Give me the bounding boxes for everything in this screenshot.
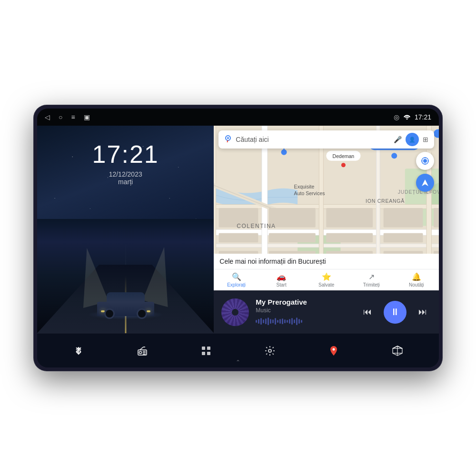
map-tabs: 🔍 Explorați 🚗 Start ⭐ Salvate <box>214 269 439 288</box>
nav-3d[interactable] <box>386 339 409 363</box>
music-note-icon: ♪ <box>233 307 238 317</box>
waveform-bar-20 <box>301 320 302 323</box>
waveform-bar-1 <box>256 320 257 323</box>
start-icon: 🚗 <box>277 272 286 281</box>
clock-time: 17:21 <box>92 140 159 169</box>
nav-apps[interactable] <box>194 339 218 363</box>
map-tab-news[interactable]: 🔔 Noutăți <box>394 271 439 288</box>
waveform-bar-17 <box>294 319 295 323</box>
map-info-bar: Cele mai noi informații din București 🔍 … <box>214 254 439 290</box>
car-illustration-area <box>37 219 214 333</box>
back-icon[interactable]: ◁ <box>45 113 50 121</box>
screenshot-icon[interactable]: ▣ <box>84 113 90 121</box>
svg-point-50 <box>423 159 427 163</box>
svg-point-67 <box>268 349 271 352</box>
svg-text:COLENTINA: COLENTINA <box>237 223 276 229</box>
svg-point-34 <box>392 153 397 159</box>
music-info: My Prerogative Music <box>256 298 352 326</box>
svg-point-49 <box>227 137 229 139</box>
map-tab-saved[interactable]: ⭐ Salvate <box>304 271 349 288</box>
google-maps-icon <box>224 135 232 144</box>
home-icon[interactable]: ○ <box>59 113 62 121</box>
clock-status: 17:21 <box>415 113 431 121</box>
waveform-bar-12 <box>282 318 283 324</box>
car-wheel-left <box>104 308 115 319</box>
location-icon: ◎ <box>394 113 399 121</box>
microphone-icon[interactable]: 🎤 <box>394 136 402 143</box>
search-placeholder[interactable]: Căutați aici <box>236 136 394 143</box>
clock-day: marți <box>92 178 159 186</box>
wifi-icon <box>403 114 411 121</box>
music-title: My Prerogative <box>256 298 352 306</box>
saved-label: Salvate <box>318 282 334 288</box>
nav-maps[interactable] <box>322 339 346 363</box>
map-tab-send[interactable]: ↗ Trimiteți <box>349 271 394 288</box>
status-bar: ◁ ○ ≡ ▣ ◎ 17:21 <box>37 109 439 126</box>
svg-rect-17 <box>384 208 423 228</box>
svg-rect-63 <box>202 347 205 350</box>
svg-rect-7 <box>214 244 439 248</box>
waveform-bar-6 <box>268 317 269 325</box>
svg-rect-19 <box>219 233 258 243</box>
svg-text:Dedeman: Dedeman <box>333 153 355 159</box>
send-label: Trimiteți <box>363 282 380 288</box>
explore-icon: 🔍 <box>232 272 241 281</box>
explore-label: Explorați <box>227 282 246 288</box>
waveform-bar-13 <box>284 319 286 323</box>
device-frame: ◁ ○ ≡ ▣ ◎ 17:21 17:21 <box>33 105 443 371</box>
svg-rect-64 <box>207 347 210 350</box>
location-button[interactable] <box>416 152 434 170</box>
svg-text:Auto Services: Auto Services <box>294 190 325 196</box>
search-actions: 🎤 👤 ⊞ <box>394 133 428 146</box>
start-label: Start <box>277 282 287 288</box>
map-search-bar[interactable]: Căutați aici 🎤 👤 ⊞ <box>218 130 434 149</box>
svg-text:Exquisite: Exquisite <box>294 184 315 189</box>
nav-bluetooth[interactable] <box>67 339 90 363</box>
waveform-bar-15 <box>289 319 290 324</box>
map-info-title: Cele mai noi informații din București <box>214 258 439 269</box>
svg-rect-65 <box>202 352 205 355</box>
navigate-button[interactable] <box>416 174 434 192</box>
layers-icon[interactable]: ⊞ <box>423 136 428 143</box>
next-button[interactable]: ⏭ <box>414 304 431 321</box>
tunnel-background <box>37 219 214 333</box>
send-icon: ↗ <box>368 272 375 281</box>
music-controls: ⏮ ⏸ ⏭ <box>359 301 431 324</box>
svg-rect-20 <box>269 233 316 243</box>
nav-buttons: ◁ ○ ≡ ▣ <box>45 113 90 121</box>
waveform-bar-14 <box>287 320 288 323</box>
car-wheel-right <box>137 308 147 319</box>
nav-settings[interactable] <box>258 339 282 363</box>
svg-rect-22 <box>384 233 423 243</box>
clock-area: 17:21 12/12/2023 marți <box>92 140 159 186</box>
waveform-bar-11 <box>279 319 281 324</box>
svg-rect-15 <box>269 208 316 228</box>
nav-radio[interactable] <box>130 339 154 363</box>
play-pause-button[interactable]: ⏸ <box>384 301 407 324</box>
saved-icon: ⭐ <box>322 272 331 281</box>
svg-point-40 <box>341 163 346 167</box>
menu-icon[interactable]: ≡ <box>71 113 75 121</box>
waveform-bar-16 <box>291 318 293 325</box>
clock-date: 12/12/2023 <box>92 170 159 178</box>
main-content: 17:21 12/12/2023 marți <box>37 126 439 333</box>
map-tab-start[interactable]: 🚗 Start <box>259 271 304 288</box>
map-tab-explore[interactable]: 🔍 Explorați <box>214 271 259 288</box>
music-waveform <box>256 317 352 326</box>
waveform-bar-8 <box>272 319 274 323</box>
waveform-bar-3 <box>260 318 262 325</box>
svg-rect-16 <box>327 208 373 228</box>
album-art-design <box>221 298 249 326</box>
svg-text:ION CREANGĂ: ION CREANGĂ <box>366 198 405 204</box>
left-panel-lockscreen: 17:21 12/12/2023 marți <box>37 126 214 333</box>
car-headlight-right <box>147 310 150 312</box>
map-area[interactable]: Carrefour Dragonul Roșu Mega Shop P <box>214 126 439 290</box>
music-player: ♪ My Prerogative Music <box>214 290 439 333</box>
svg-point-58 <box>139 351 142 354</box>
profile-icon[interactable]: 👤 <box>406 133 419 146</box>
svg-rect-18 <box>434 208 439 228</box>
bottom-chevron: ⌃ <box>236 359 240 366</box>
news-icon: 🔔 <box>412 272 421 281</box>
prev-button[interactable]: ⏮ <box>359 304 376 321</box>
map-controls <box>416 152 434 192</box>
